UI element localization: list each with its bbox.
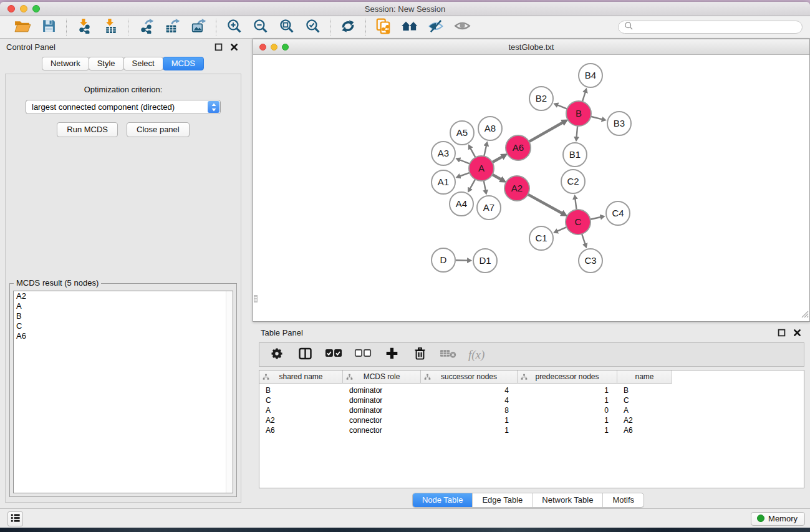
result-item[interactable]: A [14,301,233,311]
table-cell[interactable]: A [259,406,343,415]
edge-A-A2[interactable] [492,175,501,180]
close-panel-icon[interactable] [229,42,238,51]
import-network-button[interactable] [75,19,94,36]
table-cell[interactable]: dominator [343,406,421,415]
deselect-all-checks-button[interactable] [354,346,372,364]
table-cell[interactable]: B [259,386,343,395]
edge-A-A8[interactable] [484,145,486,156]
table-cell[interactable]: connector [343,426,421,435]
edge-A-A6[interactable] [492,157,502,162]
edge-B-B2[interactable] [557,105,567,109]
node-B[interactable]: B [566,101,591,126]
export-image-button[interactable] [189,19,208,36]
search-box[interactable] [618,21,803,34]
table-cell[interactable]: connector [343,416,421,425]
edge-B-B1[interactable] [577,126,578,137]
table-cell[interactable]: A2 [617,416,672,425]
close-panel-button[interactable]: Close panel [127,122,190,137]
toggle-column-view-button[interactable] [297,346,313,364]
table-cell[interactable]: dominator [343,386,421,395]
table-row[interactable]: Adominator80A [259,405,804,415]
node-A6[interactable]: A6 [506,135,531,160]
zoom-in-button[interactable] [224,19,243,36]
table-cell[interactable]: dominator [343,396,421,405]
network-graph[interactable]: B4B2BB3A5A8A6A3B1AA1C2A2A4A7C4CC1C3DD1 [253,56,809,321]
table-cell[interactable]: 4 [421,396,518,405]
node-B3[interactable]: B3 [607,112,631,135]
tab-network-table[interactable]: Network Table [532,493,602,507]
result-item[interactable]: A2 [14,291,233,301]
duplicate-network-button[interactable] [374,19,393,36]
result-item[interactable]: A6 [14,331,233,341]
node-A2[interactable]: A2 [504,176,529,201]
table-settings-button[interactable] [269,346,285,364]
column-header-MCDS-role[interactable]: MCDS role [343,370,421,384]
node-D[interactable]: D [432,248,455,272]
network-close-button[interactable] [259,44,266,51]
optimization-criterion-select[interactable]: largest connected component (directed) [26,100,221,114]
network-canvas[interactable]: B4B2BB3A5A8A6A3B1AA1C2A2A4A7C4CC1C3DD1 [253,56,809,321]
table-cell[interactable]: A6 [259,426,343,435]
table-cell[interactable]: A [617,406,672,415]
task-history-button[interactable] [7,511,23,526]
close-window-button[interactable] [7,5,15,12]
resize-grip-icon[interactable] [801,309,809,321]
node-B1[interactable]: B1 [563,143,587,167]
zoom-fit-button[interactable] [277,19,296,36]
table-cell[interactable]: 1 [518,426,617,435]
edge-A-A4[interactable] [470,179,476,188]
node-B2[interactable]: B2 [529,87,553,110]
edge-A2-C[interactable] [528,195,562,213]
float-panel-icon[interactable] [214,42,223,51]
node-A5[interactable]: A5 [450,121,474,145]
table-cell[interactable]: A6 [617,426,672,435]
table-cell[interactable]: 1 [421,426,518,435]
export-table-button[interactable] [163,19,181,36]
table-row[interactable]: A6connector11A6 [259,425,804,435]
edge-A6-B[interactable] [529,122,562,142]
tab-node-table[interactable]: Node Table [413,493,473,507]
table-row[interactable]: Cdominator41C [259,395,804,405]
table-cell[interactable]: 1 [518,396,617,405]
close-table-panel-icon[interactable] [793,328,801,337]
node-C1[interactable]: C1 [529,226,553,250]
edge-A-A7[interactable] [484,181,486,191]
column-header-name[interactable]: name [617,370,672,384]
node-D1[interactable]: D1 [473,249,497,273]
edge-A-A5[interactable] [470,148,475,158]
table-cell[interactable]: A2 [259,416,343,425]
save-session-button[interactable] [39,19,58,36]
table-cell[interactable]: 1 [518,386,617,395]
run-mcds-button[interactable]: Run MCDS [57,122,118,137]
edge-C-C1[interactable] [557,227,567,231]
first-neighbors-button[interactable] [400,19,419,36]
node-C[interactable]: C [566,210,591,235]
edge-C-C4[interactable] [591,217,601,220]
result-item[interactable]: B [14,311,233,321]
node-table[interactable]: shared nameMCDS rolesuccessor nodesprede… [259,370,804,488]
import-table-button[interactable] [101,19,120,36]
refresh-layout-button[interactable] [339,19,357,36]
network-zoom-button[interactable] [282,44,289,51]
node-A7[interactable]: A7 [477,196,501,220]
table-cell[interactable]: C [617,396,672,405]
table-cell[interactable]: 4 [421,386,518,395]
zoom-window-button[interactable] [32,5,40,12]
result-scrollbar[interactable] [226,291,233,493]
memory-button[interactable]: Memory [751,512,805,526]
edge-C-C3[interactable] [582,234,585,244]
table-row[interactable]: A2connector11A2 [259,415,804,425]
result-item[interactable]: C [14,321,233,331]
tab-style[interactable]: Style [89,57,124,70]
tab-motifs[interactable]: Motifs [602,493,644,507]
node-A[interactable]: A [469,156,494,181]
node-C3[interactable]: C3 [579,249,602,273]
delete-column-button[interactable] [412,346,428,364]
edge-C-C2[interactable] [575,199,576,210]
node-B4[interactable]: B4 [579,64,602,87]
node-A4[interactable]: A4 [450,192,473,216]
open-file-button[interactable] [13,19,32,36]
export-network-button[interactable] [137,19,155,36]
zoom-selected-button[interactable] [303,19,322,36]
table-cell[interactable]: 1 [518,416,617,425]
